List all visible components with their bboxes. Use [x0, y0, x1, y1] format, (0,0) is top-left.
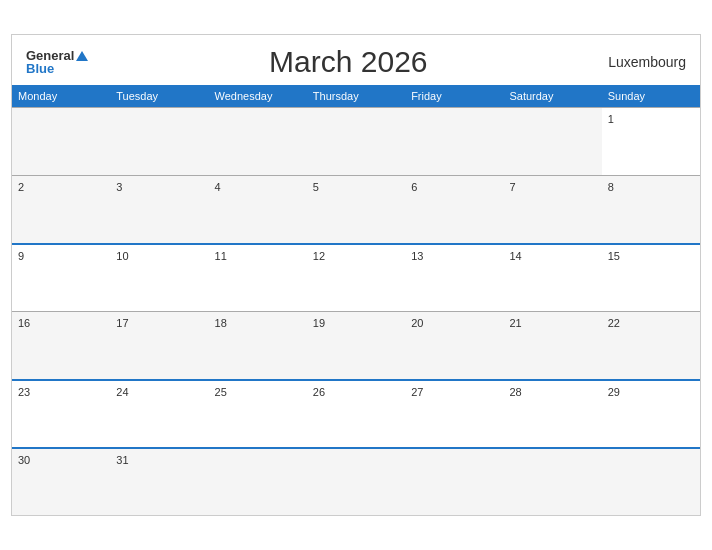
day-number: 17	[116, 317, 128, 329]
day-number: 3	[116, 181, 122, 193]
header-thursday: Thursday	[307, 85, 405, 107]
day-cell	[307, 107, 405, 175]
day-number: 12	[313, 250, 325, 262]
day-number: 10	[116, 250, 128, 262]
day-number: 16	[18, 317, 30, 329]
day-cell: 30	[12, 447, 110, 515]
day-cell	[602, 447, 700, 515]
day-number: 29	[608, 386, 620, 398]
day-cell: 31	[110, 447, 208, 515]
day-number: 24	[116, 386, 128, 398]
logo-blue-text: Blue	[26, 62, 54, 75]
day-cell: 28	[503, 379, 601, 447]
day-number: 8	[608, 181, 614, 193]
header-tuesday: Tuesday	[110, 85, 208, 107]
day-cell: 29	[602, 379, 700, 447]
day-number: 1	[608, 113, 614, 125]
day-number: 22	[608, 317, 620, 329]
day-number: 20	[411, 317, 423, 329]
day-cell: 24	[110, 379, 208, 447]
day-cell	[209, 447, 307, 515]
day-number: 30	[18, 454, 30, 466]
day-cell	[12, 107, 110, 175]
calendar: General Blue March 2026 Luxembourg Monda…	[11, 34, 701, 516]
day-cell	[110, 107, 208, 175]
day-cell: 20	[405, 311, 503, 379]
day-number: 18	[215, 317, 227, 329]
day-number: 31	[116, 454, 128, 466]
header-sunday: Sunday	[602, 85, 700, 107]
day-cell: 22	[602, 311, 700, 379]
day-cell: 5	[307, 175, 405, 243]
calendar-grid: 1234567891011121314151617181920212223242…	[12, 107, 700, 515]
day-cell: 10	[110, 243, 208, 311]
day-cell: 7	[503, 175, 601, 243]
day-cell: 4	[209, 175, 307, 243]
header-friday: Friday	[405, 85, 503, 107]
day-number: 27	[411, 386, 423, 398]
day-cell: 23	[12, 379, 110, 447]
header-monday: Monday	[12, 85, 110, 107]
day-cell: 13	[405, 243, 503, 311]
day-cell: 12	[307, 243, 405, 311]
day-number: 9	[18, 250, 24, 262]
day-cell: 26	[307, 379, 405, 447]
day-cell: 17	[110, 311, 208, 379]
day-cell	[405, 107, 503, 175]
day-cell: 16	[12, 311, 110, 379]
day-number: 11	[215, 250, 227, 262]
country-label: Luxembourg	[608, 54, 686, 70]
day-cell	[405, 447, 503, 515]
day-cell	[503, 447, 601, 515]
day-cell: 1	[602, 107, 700, 175]
day-cell: 27	[405, 379, 503, 447]
day-number: 15	[608, 250, 620, 262]
day-number: 13	[411, 250, 423, 262]
day-number: 2	[18, 181, 24, 193]
day-number: 25	[215, 386, 227, 398]
day-number: 19	[313, 317, 325, 329]
day-cell: 21	[503, 311, 601, 379]
day-cell: 9	[12, 243, 110, 311]
day-cell: 8	[602, 175, 700, 243]
day-headers: Monday Tuesday Wednesday Thursday Friday…	[12, 85, 700, 107]
calendar-header: General Blue March 2026 Luxembourg	[12, 35, 700, 85]
day-cell	[503, 107, 601, 175]
day-number: 6	[411, 181, 417, 193]
day-cell: 25	[209, 379, 307, 447]
day-number: 14	[509, 250, 521, 262]
header-wednesday: Wednesday	[209, 85, 307, 107]
day-cell	[307, 447, 405, 515]
day-cell: 6	[405, 175, 503, 243]
day-number: 28	[509, 386, 521, 398]
day-number: 26	[313, 386, 325, 398]
day-cell: 14	[503, 243, 601, 311]
day-number: 4	[215, 181, 221, 193]
day-cell: 15	[602, 243, 700, 311]
header-saturday: Saturday	[503, 85, 601, 107]
day-cell: 2	[12, 175, 110, 243]
day-number: 23	[18, 386, 30, 398]
day-number: 7	[509, 181, 515, 193]
day-number: 21	[509, 317, 521, 329]
day-cell: 19	[307, 311, 405, 379]
logo: General Blue	[26, 49, 88, 75]
logo-triangle-icon	[76, 51, 88, 61]
day-cell: 18	[209, 311, 307, 379]
day-cell: 11	[209, 243, 307, 311]
day-number: 5	[313, 181, 319, 193]
month-title: March 2026	[269, 45, 427, 79]
day-cell: 3	[110, 175, 208, 243]
day-cell	[209, 107, 307, 175]
